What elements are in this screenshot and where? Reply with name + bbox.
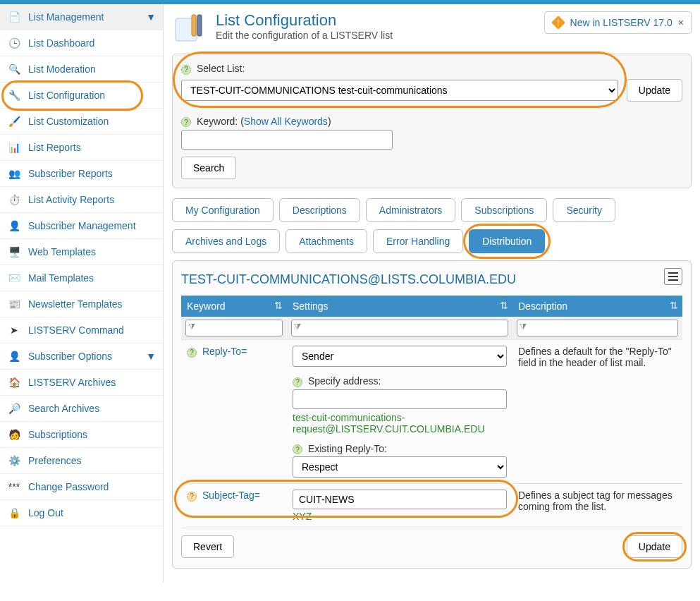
- sidebar-item-label: Log Out: [28, 507, 63, 518]
- sidebar-item-web-templates[interactable]: 🖥️Web Templates: [0, 239, 163, 265]
- col-keyword[interactable]: Keyword⇅: [181, 296, 287, 317]
- sidebar-item-change-password[interactable]: ***Change Password: [0, 474, 163, 500]
- sidebar-item-search-archives[interactable]: 🔎Search Archives: [0, 396, 163, 422]
- sidebar-item-label: Newsletter Templates: [28, 298, 123, 310]
- filter-settings[interactable]: [291, 320, 508, 336]
- tab-distribution[interactable]: Distribution: [469, 229, 545, 253]
- help-icon[interactable]: ?: [187, 492, 197, 502]
- help-icon[interactable]: ?: [181, 117, 191, 127]
- update-button[interactable]: Update: [627, 79, 682, 102]
- tab-administrators[interactable]: Administrators: [366, 198, 455, 222]
- sidebar-item-label: List Customization: [28, 116, 109, 127]
- sidebar-item-list-moderation[interactable]: 🔍List Moderation: [0, 56, 163, 83]
- sidebar-item-label: Web Templates: [28, 246, 96, 257]
- sidebar-item-label: Search Archives: [28, 403, 99, 414]
- tab-error-handling[interactable]: Error Handling: [373, 229, 463, 253]
- specify-address-label: Specify address:: [308, 375, 381, 387]
- select-list-panel: ? Select List: TEST-CUIT-COMMUNICATIONS …: [172, 54, 692, 188]
- sidebar-item-list-configuration[interactable]: 🔧List Configuration: [0, 83, 163, 109]
- search-button[interactable]: Search: [181, 157, 236, 179]
- sidebar-item-list-dashboard[interactable]: 🕒List Dashboard: [0, 30, 163, 56]
- col-settings[interactable]: Settings⇅: [287, 296, 512, 317]
- sidebar-item-icon: ***: [7, 480, 21, 493]
- sort-icon: ⇅: [274, 300, 283, 311]
- revert-button[interactable]: Revert: [181, 535, 234, 558]
- sidebar-item-label: Preferences: [28, 455, 81, 466]
- sidebar-item-icon: 👤: [7, 219, 21, 232]
- svg-text:!: !: [557, 18, 559, 27]
- hamburger-icon: [668, 272, 679, 281]
- sidebar-item-icon: 📊: [7, 141, 21, 154]
- sidebar-item-label: List Configuration: [28, 90, 105, 101]
- chevron-down-icon: ▼: [146, 351, 156, 362]
- settings-table: Keyword⇅ Settings⇅ Description⇅ ⧩ ⧩ ⧩ ? …: [181, 296, 682, 528]
- funnel-icon: ⧩: [520, 322, 527, 332]
- funnel-icon: ⧩: [294, 322, 301, 332]
- tab-security[interactable]: Security: [553, 198, 615, 222]
- select-list-label: Select List:: [197, 63, 245, 74]
- existing-reply-to-select[interactable]: Respect: [293, 456, 507, 478]
- sidebar-item-icon: 👥: [7, 167, 21, 180]
- whats-new-badge[interactable]: ! New in LISTSERV 17.0 ×: [544, 11, 692, 34]
- tab-subscriptions[interactable]: Subscriptions: [461, 198, 547, 222]
- sidebar-item-newsletter-templates[interactable]: 📰Newsletter Templates: [0, 291, 163, 317]
- description-text: Defines a default for the "Reply-To" fie…: [512, 340, 682, 484]
- keyword-link-reply-to[interactable]: Reply-To=: [202, 346, 247, 357]
- sidebar-item-icon: 🔎: [7, 402, 21, 415]
- card-title: TEST-CUIT-COMMUNICATIONS@LISTS.COLUMBIA.…: [181, 268, 682, 296]
- sidebar-item-icon: 🏠: [7, 376, 21, 389]
- sidebar-item-subscriber-options[interactable]: 👤Subscriber Options▼: [0, 344, 163, 370]
- filter-keyword[interactable]: [185, 320, 283, 336]
- tab-descriptions[interactable]: Descriptions: [279, 198, 360, 222]
- tab-attachments[interactable]: Attachments: [285, 229, 367, 253]
- sidebar-item-preferences[interactable]: ⚙️Preferences: [0, 448, 163, 474]
- card-menu-button[interactable]: [664, 268, 682, 285]
- sidebar-item-label: List Activity Reports: [28, 194, 114, 205]
- svg-rect-2: [197, 15, 202, 36]
- sidebar-header-list-management[interactable]: 📄 List Management ▼: [0, 4, 163, 30]
- sidebar-item-icon: 🖥️: [7, 245, 21, 258]
- subject-tag-input[interactable]: [293, 490, 507, 509]
- sidebar-item-label: LISTSERV Archives: [28, 377, 116, 388]
- specify-address-input[interactable]: [293, 389, 507, 409]
- col-description[interactable]: Description⇅: [512, 296, 682, 317]
- tab-my-configuration[interactable]: My Configuration: [172, 198, 274, 222]
- help-icon[interactable]: ?: [187, 348, 197, 358]
- sidebar-item-list-reports[interactable]: 📊List Reports: [0, 135, 163, 161]
- update-card-button[interactable]: Update: [627, 535, 682, 558]
- help-icon[interactable]: ?: [293, 444, 302, 454]
- sidebar-item-label: Subscriptions: [28, 429, 87, 440]
- keyword-link-subject-tag[interactable]: Subject-Tag=: [202, 490, 260, 501]
- sidebar-item-label: Mail Templates: [28, 272, 94, 284]
- description-text: Defines a subject tag for messages comin…: [512, 484, 682, 528]
- filter-description[interactable]: [517, 320, 678, 336]
- reply-to-select[interactable]: Sender: [293, 346, 507, 367]
- keyword-input[interactable]: [181, 130, 393, 150]
- sidebar-item-subscriptions[interactable]: 🧑Subscriptions: [0, 422, 163, 448]
- tab-archives-and-logs[interactable]: Archives and Logs: [172, 229, 280, 253]
- sidebar-item-list-activity-reports[interactable]: ⏱️List Activity Reports: [0, 187, 163, 213]
- sidebar-item-label: List Dashboard: [28, 37, 94, 49]
- sidebar-item-subscriber-management[interactable]: 👤Subscriber Management: [0, 213, 163, 239]
- sort-icon: ⇅: [670, 300, 678, 311]
- sidebar-item-list-customization[interactable]: 🖌️List Customization: [0, 109, 163, 135]
- select-list-dropdown[interactable]: TEST-CUIT-COMMUNICATIONS test-cuit-commu…: [181, 80, 618, 101]
- show-all-keywords-link[interactable]: Show All Keywords: [244, 116, 328, 127]
- current-subject-tag: XYZ: [293, 511, 507, 522]
- sidebar-header-label: List Management: [28, 11, 104, 23]
- close-icon[interactable]: ×: [678, 17, 684, 28]
- sidebar-item-label: List Moderation: [28, 63, 96, 75]
- svg-rect-1: [192, 15, 196, 36]
- sidebar-item-subscriber-reports[interactable]: 👥Subscriber Reports: [0, 161, 163, 187]
- sidebar-item-listserv-command[interactable]: ➤LISTSERV Command: [0, 317, 163, 344]
- funnel-icon: ⧩: [188, 322, 195, 332]
- whats-new-label: New in LISTSERV 17.0: [570, 17, 673, 28]
- sidebar-item-log-out[interactable]: 🔒Log Out: [0, 500, 163, 526]
- page-icon: 📄: [7, 11, 21, 23]
- help-icon[interactable]: ?: [293, 377, 302, 387]
- page-subtitle: Edit the configuration of a LISTSERV lis…: [216, 30, 393, 41]
- help-icon[interactable]: ?: [181, 65, 191, 75]
- sidebar-item-mail-templates[interactable]: ✉️Mail Templates: [0, 265, 163, 291]
- table-row: ? Reply-To= Sender ? Specify address: te…: [181, 340, 682, 484]
- sidebar-item-listserv-archives[interactable]: 🏠LISTSERV Archives: [0, 370, 163, 396]
